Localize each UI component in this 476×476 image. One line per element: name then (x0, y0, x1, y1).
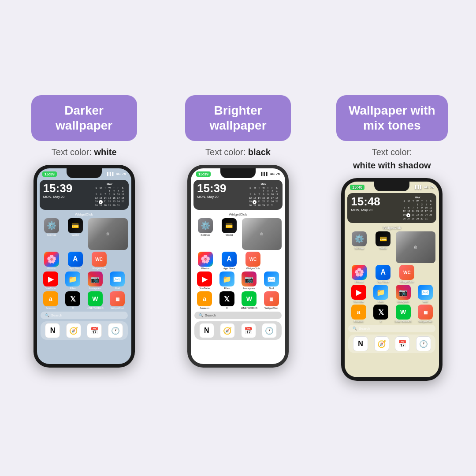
wallet-icon-d[interactable]: 💳 Wallet (64, 218, 86, 236)
dock-mix: N 🧭 📅 🕐 (348, 335, 435, 353)
search-bar-darker[interactable]: 🔍 Search (41, 312, 128, 319)
settings-icon-m[interactable]: ⚙️ Settings (348, 231, 370, 249)
x-icon-m[interactable]: 𝕏 X (371, 305, 391, 323)
app-row4-darker: a Amazon 𝕏 X W LINE WORKS ▦ WidgetClub (37, 291, 131, 309)
text-color-darker: Text color: white (52, 145, 117, 159)
instagram-icon-b[interactable]: 📷 Instagram (239, 271, 260, 290)
right-icons-brighter: ▌▌▌ 4G 75 (261, 172, 280, 176)
widgetclub-label-darker: WidgetClub (37, 212, 131, 216)
dock-brighter: N 🧭 📅 🕐 (194, 321, 282, 340)
amazon-icon-b[interactable]: a Amazon (194, 291, 215, 309)
widget-date-brighter: MON, May.20 (197, 195, 245, 199)
calendar-mix: MAY SMTWTFS 1234 567891011 1213141516171… (402, 196, 433, 221)
photo-widget-m: 🏛 (396, 231, 435, 263)
lineworks-icon-m[interactable]: W LINE WORKS (393, 305, 413, 323)
photo-widget-b: 🏛 (242, 218, 282, 250)
widget-time-mix: 15:48 (351, 196, 399, 207)
appstore-icon-m[interactable]: A App Store (372, 265, 394, 283)
widgetclub-app-b[interactable]: WC WidgetClub (242, 252, 264, 270)
widget-time-darker: 15:39 (43, 182, 92, 194)
app-row2-mix: 🌸 Photos A App Store WC WidgetClub (345, 265, 439, 283)
widgetclub-app-d[interactable]: WC WidgetClub (88, 252, 110, 270)
youtube-icon-b[interactable]: ▶ YouTube (194, 271, 215, 290)
widget-brighter: 15:39 MON, May.20 MAY SMTWTFS 1234 56789… (193, 180, 283, 210)
notion-icon-d[interactable]: N (45, 323, 60, 338)
mail-icon-d[interactable]: ✉️ Mail (107, 271, 128, 290)
widgetclub-app-m[interactable]: WC WidgetClub (396, 265, 418, 283)
widgetclub-label-mix: WidgetClub (345, 226, 439, 230)
photos-icon-d[interactable]: 🌸 Photos (41, 252, 63, 270)
files-icon-b[interactable]: 📁 Files (216, 271, 237, 290)
calendar-darker: MAY SMTWTFS 1234 567891011 1213141516171… (94, 182, 125, 208)
notion-icon-m[interactable]: N (353, 336, 368, 351)
app-row3-brighter: ▶ YouTube 📁 Files 📷 Instagram ✉️ Mail (191, 271, 285, 290)
instagram-icon-d[interactable]: 📷 Instagram (85, 271, 106, 290)
notion-icon-b[interactable]: N (199, 323, 214, 338)
amazon-icon-d[interactable]: a Amazon (41, 291, 61, 309)
search-bar-mix[interactable]: 🔍 Search (348, 325, 435, 332)
safari-icon-b[interactable]: 🧭 (220, 323, 235, 338)
mail-icon-m[interactable]: ✉️ Mail (415, 285, 436, 303)
column-brighter: Brighterwallpaper Text color: black 15:3… (167, 95, 309, 367)
widget-time-brighter: 15:39 (197, 182, 245, 194)
youtube-icon-m[interactable]: ▶ YouTube (348, 285, 369, 303)
wallet-icon-b[interactable]: 💳 Wallet (218, 218, 240, 236)
safari-icon-d[interactable]: 🧭 (66, 323, 81, 338)
files-icon-m[interactable]: 📁 Files (371, 285, 391, 303)
app-row1-darker: ⚙️ Settings 💳 Wallet 🏛 (37, 218, 131, 250)
main-container: Darkerwallpaper Text color: white 15:39 … (0, 78, 476, 398)
lineworks-icon-d[interactable]: W LINE WORKS (85, 291, 106, 309)
notch-brighter (220, 168, 256, 178)
app-row1-brighter: ⚙️ Settings 💳 Wallet 🏛 (191, 218, 285, 250)
clock-icon-b[interactable]: 🕐 (262, 323, 277, 338)
clock-icon-m[interactable]: 🕐 (416, 336, 431, 351)
files-icon-d[interactable]: 📁 Files (63, 271, 83, 290)
x-icon-b[interactable]: 𝕏 X (216, 291, 237, 309)
widgetclub-label-brighter: WidgetClub (191, 212, 285, 216)
right-icons-darker: ▌▌▌ 4G 75 (107, 172, 126, 176)
app-row3-darker: ▶ YouTube 📁 Files 📷 Instagram ✉️ Mail (37, 271, 131, 290)
search-bar-brighter[interactable]: 🔍 Search (194, 312, 282, 319)
instagram-icon-m[interactable]: 📷 Instagram (393, 285, 413, 303)
appstore-icon-d[interactable]: A App Store (64, 252, 86, 270)
photos-icon-m[interactable]: 🌸 Photos (348, 265, 370, 283)
badge-brighter: Brighterwallpaper (185, 95, 291, 141)
status-time-mix: 15:48 (350, 185, 364, 190)
settings-icon-d[interactable]: ⚙️ Settings (41, 218, 63, 236)
right-icons-mix: ▌▌▌ 4G 75 (415, 185, 434, 189)
photo-widget-d: 🏛 (88, 218, 128, 250)
widget-left-darker: 15:39 MON, May.20 (43, 182, 92, 208)
widget-date-mix: MON, May.20 (351, 208, 399, 212)
settings-icon-b[interactable]: ⚙️ Settings (194, 218, 216, 236)
appstore-icon-b[interactable]: A App Store (218, 252, 240, 270)
app-row3-mix: ▶ YouTube 📁 Files 📷 Instagram ✉️ Mail (345, 285, 439, 303)
x-icon-d[interactable]: 𝕏 X (63, 291, 83, 309)
column-mix: Wallpaper withmix tones Text color:white… (321, 95, 463, 380)
youtube-icon-d[interactable]: ▶ YouTube (41, 271, 61, 290)
screen-darker: 15:39 ▌▌▌ 4G 75 15:39 MON, May.20 MAY (37, 168, 131, 364)
widgetclub2-icon-b[interactable]: ▦ WidgetClub (261, 291, 282, 309)
calendar-icon-b[interactable]: 📅 (241, 323, 256, 338)
calendar-icon-d[interactable]: 📅 (87, 323, 102, 338)
widget-date-darker: MON, May.20 (43, 195, 92, 199)
widgetclub2-icon-m[interactable]: ▦ WidgetClub (415, 305, 436, 323)
dock-darker: N 🧭 📅 🕐 (41, 321, 128, 340)
photos-icon-b[interactable]: 🌸 Photos (194, 252, 216, 270)
safari-icon-m[interactable]: 🧭 (374, 336, 389, 351)
mail-icon-b[interactable]: ✉️ Mail (261, 271, 282, 290)
calendar-icon-m[interactable]: 📅 (395, 336, 410, 351)
calendar-brighter: MAY SMTWTFS 1234 567891011 1213141516171… (248, 182, 279, 208)
widget-left-brighter: 15:39 MON, May.20 (197, 182, 245, 208)
widget-mix: 15:48 MON, May.20 MAY SMTWTFS 1234 56789… (347, 193, 436, 223)
screen-mix: 15:48 ▌▌▌ 4G 75 15:48 MON, May.20 MAY (345, 182, 439, 377)
app-row2-brighter: 🌸 Photos A App Store WC WidgetClub (191, 252, 285, 270)
notch-darker (67, 168, 102, 178)
wallet-icon-m[interactable]: 💳 Wallet (372, 231, 394, 249)
clock-icon-d[interactable]: 🕐 (108, 323, 123, 338)
app-row4-brighter: a Amazon 𝕏 X W LINE WORKS ▦ WidgetClub (191, 291, 285, 309)
widget-darker: 15:39 MON, May.20 MAY SMTWTFS 1234 56789… (40, 180, 129, 210)
lineworks-icon-b[interactable]: W LINE WORKS (239, 291, 260, 309)
widgetclub2-icon-d[interactable]: ▦ WidgetClub (107, 291, 128, 309)
status-time-darker: 15:39 (42, 171, 57, 177)
amazon-icon-m[interactable]: a Amazon (348, 305, 369, 323)
